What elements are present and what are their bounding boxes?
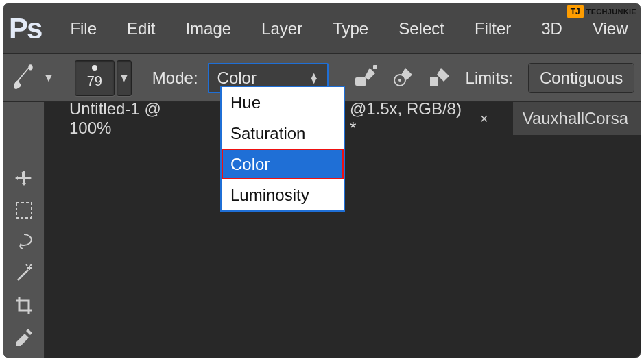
menu-file[interactable]: File bbox=[55, 19, 112, 38]
mode-dropdown-popup: Hue Saturation Color Luminosity bbox=[220, 86, 345, 212]
chevron-down-icon: ▼ bbox=[119, 72, 130, 84]
brush-size-value: 79 bbox=[87, 73, 102, 89]
tool-marquee[interactable] bbox=[9, 199, 39, 224]
mode-dropdown-value: Color bbox=[217, 69, 257, 88]
svg-rect-5 bbox=[430, 77, 438, 86]
eyedropper-target-icon bbox=[392, 65, 415, 91]
brush-size-field[interactable]: 79 bbox=[75, 60, 115, 96]
mode-option-hue[interactable]: Hue bbox=[222, 87, 344, 118]
mode-label: Mode: bbox=[152, 69, 198, 88]
options-bar: ▼ 79 ▼ Mode: Color ▲▼ bbox=[3, 54, 641, 102]
sample-swatch-button[interactable] bbox=[429, 66, 452, 90]
svg-point-4 bbox=[398, 79, 401, 82]
brush-tool-icon bbox=[9, 62, 38, 94]
eyedropper-plus-icon bbox=[355, 65, 378, 91]
marquee-tool-icon bbox=[14, 201, 34, 223]
menu-type[interactable]: Type bbox=[318, 19, 383, 38]
brush-size-picker[interactable]: 79 ▼ bbox=[75, 60, 132, 96]
limits-dropdown[interactable]: Contiguous bbox=[528, 63, 634, 93]
mode-option-color[interactable]: Color bbox=[222, 149, 344, 179]
menu-view[interactable]: View bbox=[577, 19, 641, 38]
tool-lasso[interactable] bbox=[9, 231, 39, 256]
svg-rect-1 bbox=[355, 77, 366, 86]
document-tab-bar: Untitled-1 @ 100% @1.5x, RGB/8) * × Vaux… bbox=[60, 102, 641, 135]
document-tab-title: VauxhallCorsa bbox=[523, 109, 628, 128]
tool-eyedropper[interactable] bbox=[9, 326, 39, 351]
svg-rect-6 bbox=[16, 203, 32, 218]
app-logo: Ps bbox=[9, 18, 41, 45]
watermark-badge: TJ bbox=[567, 5, 584, 18]
menu-layer[interactable]: Layer bbox=[246, 19, 318, 38]
menu-image[interactable]: Image bbox=[170, 19, 246, 38]
mode-option-luminosity[interactable]: Luminosity bbox=[222, 179, 344, 210]
crop-tool-icon bbox=[14, 296, 34, 318]
limits-label: Limits: bbox=[466, 69, 513, 88]
lasso-tool-icon bbox=[14, 232, 34, 254]
document-tab-title: Untitled-1 @ 100% bbox=[69, 99, 205, 138]
updown-arrows-icon: ▲▼ bbox=[309, 73, 319, 83]
watermark-text: TECHJUNKIE bbox=[586, 8, 636, 16]
brush-preview-dot-icon bbox=[92, 65, 97, 71]
brush-size-dropdown-button[interactable]: ▼ bbox=[117, 60, 132, 96]
mode-option-saturation[interactable]: Saturation bbox=[222, 118, 344, 149]
close-icon[interactable]: × bbox=[480, 111, 488, 127]
sample-all-layers-button[interactable] bbox=[355, 66, 378, 90]
tool-wand[interactable] bbox=[9, 263, 39, 288]
chevron-down-icon: ▼ bbox=[43, 72, 54, 84]
document-tab-suffix: @1.5x, RGB/8) * bbox=[350, 99, 470, 138]
menu-filter[interactable]: Filter bbox=[460, 19, 526, 38]
tool-rail bbox=[3, 102, 45, 358]
menu-3d[interactable]: 3D bbox=[526, 19, 577, 38]
svg-point-0 bbox=[28, 64, 32, 70]
sample-target-button[interactable] bbox=[392, 66, 415, 90]
document-tab-inactive[interactable]: VauxhallCorsa bbox=[513, 102, 641, 135]
svg-rect-2 bbox=[373, 65, 377, 69]
tool-move[interactable] bbox=[9, 168, 39, 192]
menu-select[interactable]: Select bbox=[383, 19, 460, 38]
tool-crop[interactable] bbox=[9, 295, 39, 319]
menu-edit[interactable]: Edit bbox=[112, 19, 170, 38]
eyedropper-swatch-icon bbox=[429, 65, 452, 91]
eyedropper-tool-icon bbox=[14, 327, 34, 349]
wand-tool-icon bbox=[14, 264, 34, 286]
watermark: TJ TECHJUNKIE bbox=[567, 5, 636, 18]
menu-bar: Ps File Edit Image Layer Type Select Fil… bbox=[3, 3, 641, 54]
move-tool-icon bbox=[14, 169, 34, 191]
tool-preset-picker[interactable]: ▼ bbox=[9, 62, 54, 94]
limits-dropdown-value: Contiguous bbox=[540, 69, 623, 88]
